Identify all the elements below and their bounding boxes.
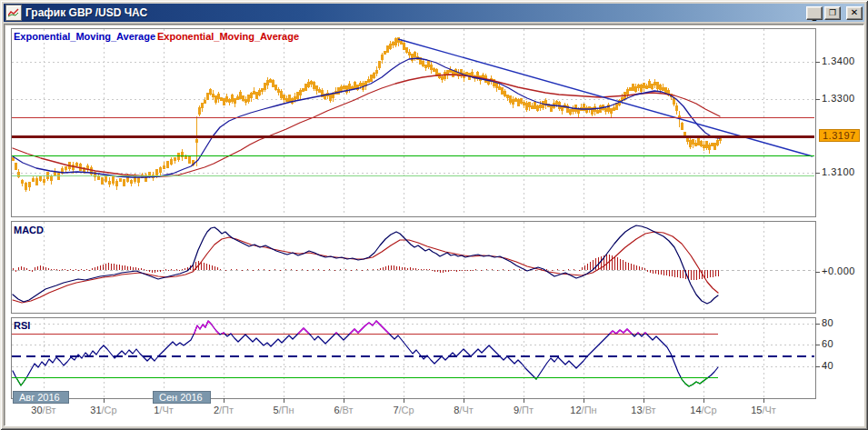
x-axis-label: 30/Вт — [31, 405, 55, 415]
price-chart-panel[interactable] — [11, 28, 815, 216]
rsi-axis-label: 40 — [822, 360, 833, 371]
chart-window: График GBP /USD ЧАС _ ❐ ✕ Exponential_Mo… — [0, 0, 868, 430]
x-axis-label: 5/Пн — [273, 405, 294, 415]
x-axis-label: 15/Чт — [751, 405, 776, 415]
rsi-axis-label: 80 — [822, 317, 833, 328]
x-axis-label: 1/Чт — [154, 405, 174, 415]
x-axis-label: 2/Пт — [214, 405, 234, 415]
x-axis-label: 13/Вт — [631, 405, 655, 415]
x-axis-label: 6/Вт — [334, 405, 353, 415]
x-axis-label: 31/Ср — [90, 405, 116, 415]
price-axis-label: 1.3197 — [819, 129, 860, 142]
x-axis-label: 9/Пт — [514, 405, 534, 415]
x-axis-label: 7/Ср — [393, 405, 414, 415]
macd-panel[interactable] — [11, 221, 815, 313]
price-axis-label: 1.3100 — [822, 166, 855, 177]
macd-axis-label: +0.000 — [822, 265, 855, 276]
x-axis-label: 12/Пн — [570, 405, 596, 415]
price-axis-label: 1.3400 — [822, 55, 855, 66]
x-axis-label: 8/Чт — [454, 405, 474, 415]
rsi-axis-label: 60 — [822, 338, 833, 349]
rsi-panel[interactable] — [11, 317, 815, 398]
price-axis-label: 1.3300 — [822, 93, 855, 104]
x-axis-label: 14/Ср — [690, 405, 716, 415]
